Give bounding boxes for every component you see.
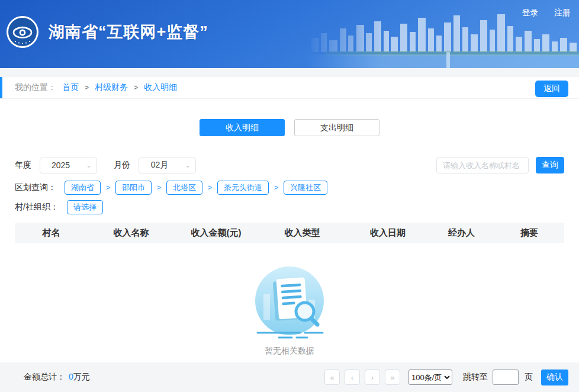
breadcrumb-accent: [0, 77, 2, 98]
first-page-button[interactable]: «: [324, 369, 340, 385]
jump-page-input[interactable]: [493, 369, 519, 385]
page-unit-label: 页: [525, 372, 533, 383]
next-page-button[interactable]: ›: [365, 369, 380, 385]
district-filter-row: 区划查询： 湖南省 > 邵阳市 > 北塔区 > 茶元头街道 > 兴隆社区: [15, 181, 564, 195]
year-label: 年度: [15, 160, 31, 171]
column-header-handler: 经办人: [429, 227, 494, 239]
confirm-button[interactable]: 确认: [541, 369, 568, 385]
village-org-select[interactable]: 请选择: [67, 200, 103, 214]
breadcrumb-separator: >: [85, 83, 89, 92]
cityscape-image: [307, 11, 579, 68]
district-chip-city[interactable]: 邵阳市: [115, 181, 152, 195]
login-link[interactable]: 登录: [522, 8, 539, 17]
page-size-select[interactable]: 100条/页: [408, 369, 452, 385]
chevron-down-icon: ⌄: [81, 162, 96, 169]
query-button[interactable]: 查询: [536, 157, 564, 173]
month-select[interactable]: 02月 ⌄: [139, 158, 196, 173]
tab-expense-detail[interactable]: 支出明细: [294, 119, 379, 136]
amount-total-value: 0: [69, 372, 73, 381]
district-chip-district[interactable]: 北塔区: [166, 181, 202, 195]
breadcrumb-bar: 我的位置： 首页 > 村级财务 > 收入明细 返回: [0, 77, 579, 99]
tab-income-detail[interactable]: 收入明细: [200, 119, 285, 136]
column-header-summary: 摘要: [494, 227, 564, 239]
site-title: 湖南省“互联网+监督”: [49, 21, 208, 43]
amount-total-unit: 万元: [73, 372, 90, 381]
register-link[interactable]: 注册: [554, 8, 571, 17]
page: 湖南省“互联网+监督” 登录 注册 我的位置： 首页 > 村级财务 > 收入明细…: [0, 0, 579, 392]
header: 湖南省“互联网+监督” 登录 注册: [0, 0, 579, 68]
site-logo-eye-icon: [6, 15, 39, 49]
pagination: « ‹ › » 100条/页 跳转至 页 确认: [324, 369, 568, 385]
back-button[interactable]: 返回: [535, 81, 568, 97]
column-header-income-amount: 收入金额(元): [175, 227, 258, 239]
footer-bar: 金额总计：0万元 « ‹ › » 100条/页 跳转至 页 确认: [0, 362, 579, 392]
breadcrumb-link-income-detail[interactable]: 收入明细: [144, 82, 177, 93]
detail-tabs: 收入明细 支出明细: [15, 119, 564, 136]
jump-to-label: 跳转至: [463, 372, 488, 383]
district-chip-community[interactable]: 兴隆社区: [284, 181, 327, 195]
column-header-income-type: 收入类型: [258, 227, 347, 239]
filter-row: 年度 2025 ⌄ 月份 02月 ⌄ 查询: [15, 157, 564, 173]
column-header-village: 村名: [15, 227, 88, 239]
district-label: 区划查询：: [15, 182, 56, 193]
search-input[interactable]: [436, 157, 529, 173]
district-separator: >: [106, 184, 110, 192]
main-content: 收入明细 支出明细 年度 2025 ⌄ 月份 02月 ⌄ 查询 区划查询： 湖南…: [0, 99, 579, 362]
table-header-row: 村名 收入名称 收入金额(元) 收入类型 收入日期 经办人 摘要: [15, 223, 564, 243]
no-data-icon: [250, 265, 329, 340]
column-header-income-date: 收入日期: [347, 227, 429, 239]
chevron-down-icon: ⌄: [180, 162, 195, 169]
district-separator: >: [208, 184, 212, 192]
breadcrumb-separator: >: [134, 83, 138, 92]
district-separator: >: [274, 184, 278, 192]
district-separator: >: [157, 184, 161, 192]
empty-state: 暂无相关数据: [15, 265, 564, 356]
empty-state-text: 暂无相关数据: [265, 346, 314, 356]
breadcrumb-link-village-finance[interactable]: 村级财务: [95, 82, 128, 93]
breadcrumb: 我的位置： 首页 > 村级财务 > 收入明细: [15, 82, 177, 93]
amount-total-label: 金额总计：: [24, 372, 65, 381]
village-org-row: 村/社组织： 请选择: [15, 200, 564, 214]
last-page-button[interactable]: »: [385, 369, 400, 385]
year-select[interactable]: 2025 ⌄: [40, 158, 97, 173]
district-chip-street[interactable]: 茶元头街道: [217, 181, 269, 195]
breadcrumb-label: 我的位置：: [15, 82, 56, 93]
district-chip-province[interactable]: 湖南省: [65, 181, 101, 195]
amount-total: 金额总计：0万元: [24, 372, 90, 383]
breadcrumb-link-home[interactable]: 首页: [62, 82, 79, 93]
brand: 湖南省“互联网+监督”: [6, 15, 208, 49]
column-header-income-name: 收入名称: [88, 227, 175, 239]
prev-page-button[interactable]: ‹: [345, 369, 360, 385]
village-org-label: 村/社组织：: [15, 202, 59, 213]
month-label: 月份: [114, 160, 130, 171]
